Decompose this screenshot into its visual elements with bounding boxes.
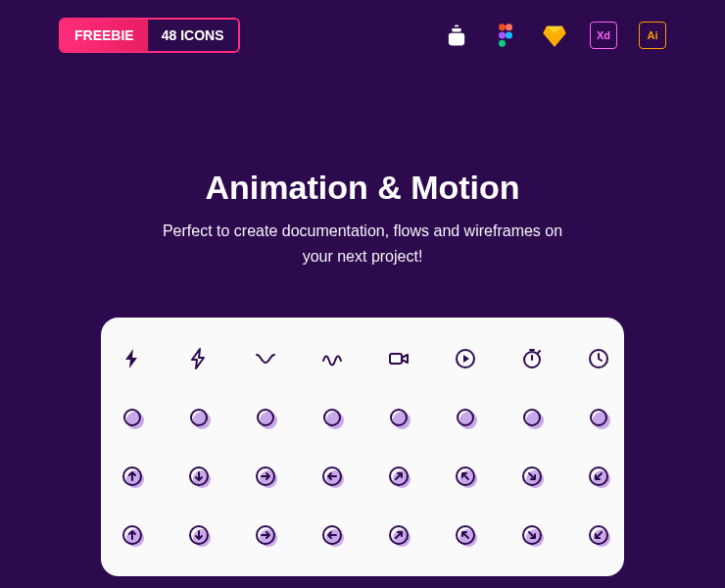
arrow-circle-ne-icon — [387, 523, 411, 547]
page-subtitle: Perfect to create documentation, flows a… — [157, 219, 568, 269]
lightning-fill-icon — [121, 347, 144, 370]
arrow-circle-down-icon — [187, 523, 211, 547]
circle-icon — [454, 406, 477, 429]
circle-icon — [320, 406, 344, 429]
adobe-xd-icon: Xd — [590, 22, 617, 49]
svg-point-1 — [506, 24, 512, 30]
svg-point-15 — [524, 410, 540, 425]
circle-icon — [520, 406, 544, 429]
arrow-circle-right-icon — [254, 523, 277, 547]
figma-icon — [492, 22, 519, 49]
badge-freebie: FREEBIE — [61, 20, 148, 51]
freebie-badge: FREEBIE 48 ICONS — [59, 18, 240, 53]
stopwatch-icon — [520, 347, 544, 370]
arrow-circle-sw-icon — [587, 465, 610, 488]
arrow-circle-nw-icon — [454, 523, 477, 547]
sketch-icon — [541, 22, 568, 49]
circle-icon — [254, 406, 277, 429]
circle-icon — [587, 406, 610, 429]
arrow-circle-sw-icon — [587, 523, 610, 547]
circle-icon — [121, 406, 144, 429]
lightning-outline-icon — [187, 347, 211, 370]
page-title: Animation & Motion — [20, 169, 705, 207]
svg-point-3 — [506, 32, 512, 39]
ease-curve-icon — [254, 347, 277, 370]
icon-card — [101, 318, 624, 576]
svg-point-11 — [258, 410, 273, 425]
arrow-circle-se-icon — [520, 523, 544, 547]
svg-point-9 — [124, 410, 140, 425]
clock-icon — [587, 347, 610, 370]
svg-point-13 — [391, 410, 407, 425]
arrow-circle-left-icon — [320, 523, 344, 547]
svg-point-16 — [591, 410, 606, 425]
arrow-circle-down-icon — [187, 465, 211, 488]
bounce-curve-icon — [320, 347, 344, 370]
svg-point-10 — [191, 410, 207, 425]
svg-rect-5 — [390, 354, 402, 364]
arrow-circle-left-icon — [320, 465, 344, 488]
icon-grid — [121, 347, 604, 547]
arrow-circle-nw-icon — [454, 465, 477, 488]
hero: Animation & Motion Perfect to create doc… — [0, 71, 725, 318]
circle-icon — [187, 406, 211, 429]
arrow-circle-right-icon — [254, 465, 277, 488]
video-icon — [387, 347, 411, 370]
play-circle-icon — [454, 347, 477, 370]
svg-point-2 — [499, 32, 506, 39]
badge-count: 48 ICONS — [148, 20, 238, 51]
arrow-circle-up-icon — [121, 523, 144, 547]
svg-point-4 — [499, 40, 506, 47]
svg-point-0 — [499, 24, 506, 30]
circle-icon — [387, 406, 411, 429]
adobe-ai-icon: Ai — [639, 22, 666, 49]
iconjar-icon — [443, 22, 470, 49]
arrow-circle-se-icon — [520, 465, 544, 488]
svg-point-12 — [324, 410, 340, 425]
header: FREEBIE 48 ICONS Xd Ai — [0, 0, 725, 71]
app-icons: Xd Ai — [443, 22, 666, 49]
svg-point-14 — [458, 410, 473, 425]
arrow-circle-ne-icon — [387, 465, 411, 488]
arrow-circle-up-icon — [121, 465, 144, 488]
